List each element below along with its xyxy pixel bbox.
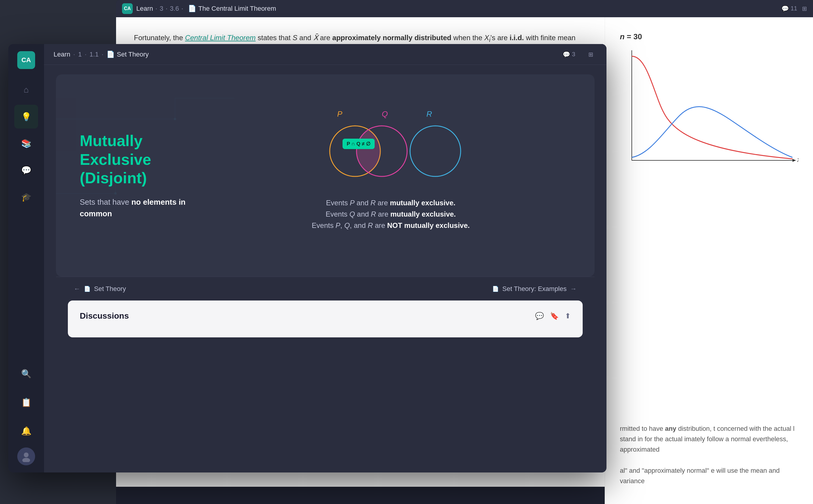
venn-label-p: P [337,109,342,119]
sidebar-item-learn[interactable]: 💡 [14,105,38,129]
sidebar-bottom: 🔍 📋 🔔 [14,362,38,465]
svg-point-17 [410,126,461,176]
svg-point-5 [22,458,30,462]
sidebar-item-courses[interactable]: 🎓 [14,185,38,209]
search-icon: 🔍 [21,369,32,379]
discussions-area: Discussions 💬 🔖 ⬆ [68,300,583,337]
bg-breadcrumb: Learn · 3 · 3.6 · 📄 The Central Limit Th… [136,5,276,12]
sidebar-logo: CA [17,51,35,69]
discussions-actions: 💬 🔖 ⬆ [535,312,571,320]
topbar-comments-btn[interactable]: 💬 3 [559,49,579,60]
slide-area: Mutually Exclusive (Disjoint) Sets that … [44,65,606,472]
next-page-icon: 📄 [492,286,499,292]
slide-subtitle: Sets that have no elements in common [80,196,193,220]
bg-logo: CA [122,3,133,14]
bg-graph-label: n = 30 [620,32,798,41]
layout-icon: ⊞ [802,5,807,12]
bg-page-title: The Central Limit Theorem [198,5,276,12]
sidebar-item-home[interactable]: ⌂ [14,78,38,102]
sidebar-item-search[interactable]: 🔍 [14,362,38,386]
venn-intersection-label: P ∩ Q ≠ ∅ [343,139,375,149]
nav-prev-label: Set Theory [94,285,126,293]
disc-bookmark-icon[interactable]: 🔖 [550,312,559,320]
topbar-num2: 1.1 [90,51,99,58]
disc-comment-icon[interactable]: 💬 [535,312,544,320]
bg-window-actions: 💬 11 ⊞ [781,5,807,12]
discussions-header: Discussions 💬 🔖 ⬆ [80,311,571,321]
venn-desc-3: Events P, Q, and R are NOT mutually excl… [312,221,470,230]
topbar: Learn · 1 · 1.1 · 📄 Set Theory 💬 3 ⊞ [44,44,606,65]
disc-upload-icon[interactable]: ⬆ [565,312,571,320]
sidebar-avatar[interactable] [17,447,35,465]
sidebar-item-content[interactable]: 📋 [14,390,38,414]
topbar-layout-btn[interactable]: ⊞ [585,49,597,60]
bg-layout-btn[interactable]: ⊞ [802,5,807,12]
venn-descriptions: Events P and R are mutually exclusive. E… [312,199,470,233]
bulb-icon: 💡 [21,112,32,122]
bg-comments-btn[interactable]: 💬 11 [781,5,797,12]
bg-graph-area: n = 30 x rmitted to have any distributio… [605,17,813,504]
sidebar-item-practice[interactable]: 📚 [14,132,38,155]
topbar-breadcrumb: Learn · 1 · 1.1 · 📄 Set Theory [54,51,149,58]
comments-icon: 💬 [781,5,789,12]
next-arrow-icon: → [570,285,577,293]
sidebar-item-discuss[interactable]: 💬 [14,158,38,182]
venn-diagram [307,118,474,184]
nav-prev-btn[interactable]: ← 📄 Set Theory [68,281,132,296]
topbar-learn-link[interactable]: Learn [54,51,70,58]
bell-icon: 🔔 [21,426,32,436]
nav-bar: ← 📄 Set Theory 📄 Set Theory: Examples → [56,277,595,300]
topbar-current-title: 📄 Set Theory [107,51,149,58]
prev-page-icon: 📄 [84,286,90,292]
venn-desc-2: Events Q and R are mutually exclusive. [312,210,470,218]
svg-point-11 [174,118,176,120]
slide-right: P Q R [211,118,571,233]
sidebar: CA ⌂ 💡 📚 💬 🎓 🔍 📋 🔔 [8,44,44,472]
slide-card: Mutually Exclusive (Disjoint) Sets that … [56,74,595,277]
avatar-icon [21,451,32,462]
topbar-page-icon: 📄 [107,51,115,58]
main-window: CA ⌂ 💡 📚 💬 🎓 🔍 📋 🔔 [8,44,606,472]
venn-label-q: Q [382,109,388,119]
comments-count: 11 [791,5,797,12]
chat-icon: 💬 [21,165,32,175]
topbar-actions: 💬 3 ⊞ [559,49,597,60]
home-icon: ⌂ [24,85,29,95]
bg-titlebar: CA Learn · 3 · 3.6 · 📄 The Central Limit… [116,0,813,17]
topbar-comment-icon: 💬 [563,51,570,58]
prev-arrow-icon: ← [74,285,80,293]
discussions-title: Discussions [80,311,129,321]
venn-label-r: R [426,109,432,119]
svg-text:x: x [797,156,798,163]
slide-left: Mutually Exclusive (Disjoint) Sets that … [80,132,193,219]
book-icon: 📚 [21,139,32,148]
grad-cap-icon: 🎓 [21,192,32,202]
topbar-num1: 1 [78,51,82,58]
main-content-area: Learn · 1 · 1.1 · 📄 Set Theory 💬 3 ⊞ [44,44,606,472]
nav-next-btn[interactable]: 📄 Set Theory: Examples → [486,281,583,296]
venn-desc-1: Events P and R are mutually exclusive. [312,199,470,207]
sidebar-item-notifications[interactable]: 🔔 [14,419,38,443]
svg-point-4 [24,453,29,457]
topbar-layout-icon: ⊞ [588,51,593,58]
topbar-page-title: Set Theory [117,51,149,58]
bg-learn-text[interactable]: Learn [136,5,153,12]
bg-graph-svg: x [620,41,798,184]
bg-page-icon: 📄 [188,5,196,12]
topbar-comments-count: 3 [572,51,575,58]
slide-title: Mutually Exclusive (Disjoint) [80,132,193,187]
nav-next-label: Set Theory: Examples [502,285,567,293]
svg-marker-2 [792,159,796,162]
bg-content-below-graph: rmitted to have any distribution, t conc… [620,423,798,486]
content-icon: 📋 [21,397,32,407]
